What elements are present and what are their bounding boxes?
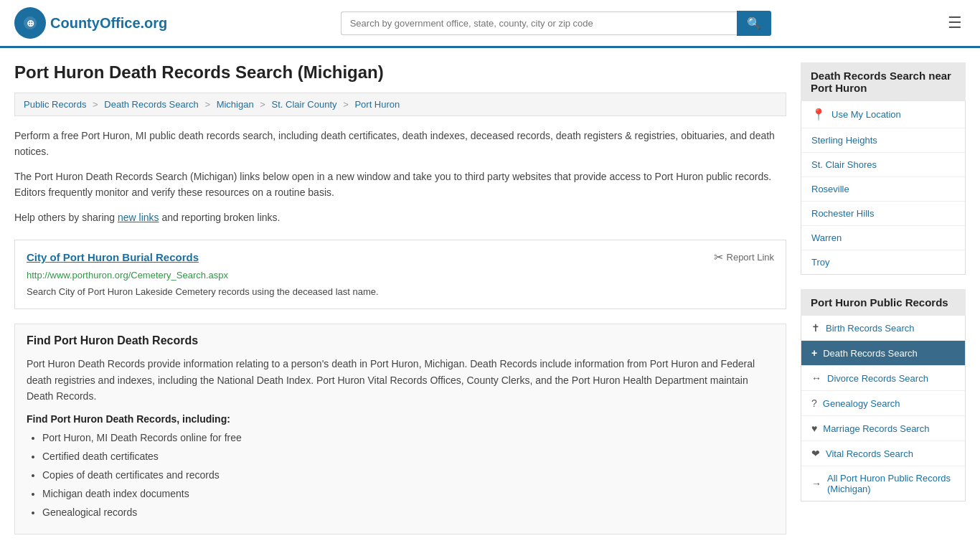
new-links-link[interactable]: new links <box>118 212 159 223</box>
sidebar-item-death-records[interactable]: + Death Records Search <box>801 341 965 366</box>
sidebar-item-roseville[interactable]: Roseville <box>801 177 965 202</box>
logo-area: ⊕ CountyOffice.org <box>14 7 167 39</box>
sidebar-item-troy[interactable]: Troy <box>801 250 965 274</box>
sidebar-item-vital-records[interactable]: ❤ Vital Records Search <box>801 441 965 466</box>
birth-icon: ✝ <box>811 322 820 334</box>
report-link-button[interactable]: ✂ Report Link <box>714 250 774 264</box>
sidebar-near-section: Death Records Search near Port Huron 📍 U… <box>801 62 966 275</box>
hamburger-menu-icon[interactable]: ☰ <box>944 10 966 36</box>
divorce-icon: ↔ <box>811 372 821 384</box>
logo-icon: ⊕ <box>14 7 46 39</box>
find-section-desc: Port Huron Death Records provide informa… <box>27 356 774 404</box>
description-3: Help others by sharing new links and rep… <box>14 209 786 225</box>
list-item: Port Huron, MI Death Records online for … <box>42 430 774 446</box>
breadcrumb-st-clair-county[interactable]: St. Clair County <box>272 99 337 110</box>
sidebar-item-all-records[interactable]: → All Port Huron Public Records (Michiga… <box>801 466 965 501</box>
breadcrumb-michigan[interactable]: Michigan <box>217 99 254 110</box>
find-section-list: Port Huron, MI Death Records online for … <box>27 430 774 520</box>
record-card: City of Port Huron Burial Records ✂ Repo… <box>14 240 786 310</box>
scissors-icon: ✂ <box>714 250 723 264</box>
sidebar: Death Records Search near Port Huron 📍 U… <box>801 62 966 534</box>
content-area: Port Huron Death Records Search (Michiga… <box>14 62 786 534</box>
find-section-title: Find Port Huron Death Records <box>27 334 774 347</box>
sidebar-item-sterling-heights[interactable]: Sterling Heights <box>801 128 965 153</box>
search-area: 🔍 <box>341 11 771 36</box>
sidebar-public-list: ✝ Birth Records Search + Death Records S… <box>801 316 966 501</box>
marriage-icon: ♥ <box>811 423 817 434</box>
description-1: Perform a free Port Huron, MI public dea… <box>14 128 786 160</box>
description-2: The Port Huron Death Records Search (Mic… <box>14 169 786 201</box>
record-card-header: City of Port Huron Burial Records ✂ Repo… <box>27 250 774 264</box>
sidebar-item-divorce-records[interactable]: ↔ Divorce Records Search <box>801 366 965 391</box>
vital-icon: ❤ <box>811 448 820 459</box>
page-title: Port Huron Death Records Search (Michiga… <box>14 62 786 83</box>
search-button[interactable]: 🔍 <box>737 11 771 36</box>
sidebar-item-warren[interactable]: Warren <box>801 226 965 250</box>
record-card-title[interactable]: City of Port Huron Burial Records <box>27 251 199 263</box>
search-input[interactable] <box>341 11 737 35</box>
death-icon: + <box>811 347 817 359</box>
sidebar-item-genealogy[interactable]: ? Genealogy Search <box>801 391 965 416</box>
list-item: Genealogical records <box>42 505 774 520</box>
list-item: Michigan death index documents <box>42 486 774 501</box>
sidebar-item-birth-records[interactable]: ✝ Birth Records Search <box>801 316 965 341</box>
sidebar-item-st-clair-shores[interactable]: St. Clair Shores <box>801 153 965 177</box>
list-item: Certified death certificates <box>42 449 774 464</box>
breadcrumb: Public Records > Death Records Search > … <box>14 93 786 116</box>
breadcrumb-port-huron[interactable]: Port Huron <box>354 99 400 110</box>
sidebar-near-header: Death Records Search near Port Huron <box>801 62 966 101</box>
sidebar-public-header: Port Huron Public Records <box>801 289 966 316</box>
breadcrumb-death-records-search[interactable]: Death Records Search <box>104 99 199 110</box>
sidebar-item-marriage-records[interactable]: ♥ Marriage Records Search <box>801 416 965 441</box>
header: ⊕ CountyOffice.org 🔍 ☰ <box>0 0 980 48</box>
sidebar-item-rochester-hills[interactable]: Rochester Hills <box>801 202 965 226</box>
list-item: Copies of death certificates and records <box>42 468 774 483</box>
sidebar-use-my-location[interactable]: 📍 Use My Location <box>801 101 965 128</box>
find-section: Find Port Huron Death Records Port Huron… <box>14 324 786 534</box>
arrow-icon: → <box>811 478 821 489</box>
location-pin-icon: 📍 <box>811 108 826 121</box>
record-card-url[interactable]: http://www.porthuron.org/Cemetery_Search… <box>27 270 774 281</box>
genealogy-icon: ? <box>811 397 817 409</box>
sidebar-public-section: Port Huron Public Records ✝ Birth Record… <box>801 289 966 501</box>
svg-text:⊕: ⊕ <box>27 18 34 29</box>
sidebar-near-list: 📍 Use My Location Sterling Heights St. C… <box>801 101 966 275</box>
breadcrumb-public-records[interactable]: Public Records <box>24 99 86 110</box>
record-card-desc: Search City of Port Huron Lakeside Cemet… <box>27 285 774 299</box>
find-section-subtitle: Find Port Huron Death Records, including… <box>27 413 774 425</box>
logo-text: CountyOffice.org <box>50 15 167 32</box>
main-container: Port Huron Death Records Search (Michiga… <box>0 48 980 549</box>
